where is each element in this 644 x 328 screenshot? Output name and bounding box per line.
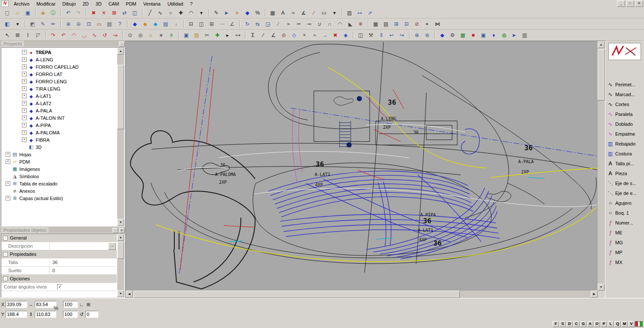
circle-tool-icon[interactable]: ○: [165, 8, 176, 18]
align-grid-icon[interactable]: ⊞: [207, 19, 217, 29]
arc-tool-icon[interactable]: ◠: [186, 8, 196, 18]
red-arc3-icon[interactable]: ◠: [69, 30, 79, 40]
tree-item[interactable]: + A-LAT1: [1, 92, 117, 100]
arrow-down-icon[interactable]: ↓: [171, 19, 181, 29]
lock-icon[interactable]: ⊘: [412, 19, 422, 29]
red-x-icon[interactable]: ✖: [330, 30, 340, 40]
menu-item[interactable]: ?: [187, 1, 196, 7]
scale-icon[interactable]: ◲: [263, 19, 273, 29]
percent-icon[interactable]: %: [252, 8, 263, 18]
tree-item[interactable]: + Capas (actual Estilo): [1, 194, 117, 202]
cross-icon[interactable]: ×: [299, 30, 310, 40]
dock-button[interactable]: ▫: [112, 228, 118, 233]
play-icon[interactable]: ▸: [222, 30, 233, 40]
stripe-icon[interactable]: ▥: [519, 30, 530, 40]
close-button[interactable]: ✕: [635, 0, 643, 7]
undo-icon[interactable]: ↶: [63, 8, 73, 18]
line-tool-icon[interactable]: ╱: [145, 8, 155, 18]
piece-tool-item[interactable]: Doblado: [606, 119, 644, 129]
minimize-button[interactable]: _: [617, 0, 625, 7]
gem-solid-icon[interactable]: ♦: [489, 30, 499, 40]
corner-icon[interactable]: ◸: [33, 30, 43, 40]
menu-item[interactable]: CAM: [105, 1, 122, 7]
mode-flag-button[interactable]: A: [587, 321, 593, 327]
grid-icon[interactable]: ▦: [267, 8, 278, 18]
swap-icon[interactable]: ⇄: [119, 8, 130, 18]
piece-tool-item[interactable]: Pieza: [606, 168, 644, 178]
collapse-icon[interactable]: -: [3, 236, 8, 240]
tree-item[interactable]: + FORRO LENG: [1, 78, 117, 85]
piece-tool-item[interactable]: Cortes: [606, 99, 644, 109]
curve-tool-icon[interactable]: ∿: [155, 8, 165, 18]
diamond-outline-icon[interactable]: ◇: [289, 30, 299, 40]
info-icon[interactable]: ⓘ: [48, 8, 58, 18]
menu-item[interactable]: 3D: [92, 1, 105, 7]
expand-toggle-icon[interactable]: +: [22, 79, 27, 84]
undo-small-icon[interactable]: ↩: [386, 30, 397, 40]
piece-tool-item[interactable]: Boq. 1: [606, 208, 644, 218]
point-tool-icon[interactable]: ✚: [176, 8, 186, 18]
canvas-viewport[interactable]: 36A-LENG2XP3636A-PALA2XP36A-PALOMA2XP36A…: [126, 41, 598, 291]
redo-icon[interactable]: ↷: [73, 8, 84, 18]
tree-item[interactable]: + FIBRA: [1, 136, 117, 143]
tree-item[interactable]: Símbolos: [1, 173, 117, 180]
tree-item[interactable]: + TREPA: [1, 49, 117, 56]
red-wave-icon[interactable]: ∿: [89, 30, 100, 40]
rectangle-tool-icon[interactable]: ▭: [319, 8, 329, 18]
print-preview-icon[interactable]: ▤: [104, 19, 115, 29]
piece-tool-item[interactable]: Costura: [606, 149, 644, 158]
divide-icon[interactable]: ∕: [258, 30, 268, 40]
piece-tool-item[interactable]: MG: [606, 237, 644, 247]
tree-item[interactable]: + A-TALON INT: [1, 114, 117, 121]
mode-flag-button[interactable]: D: [566, 321, 573, 327]
menu-item[interactable]: Dibujo: [59, 1, 79, 7]
tree-item[interactable]: + FORRO CAPELLAD: [1, 63, 117, 70]
pen-settings-icon[interactable]: ✎: [38, 19, 48, 29]
scroll-left-icon[interactable]: ◀: [126, 291, 133, 298]
scroll-down-icon[interactable]: ▼: [117, 290, 124, 297]
extend-icon[interactable]: ⊸: [304, 19, 314, 29]
piece-tool-item[interactable]: Agujero: [606, 198, 644, 208]
project-tree-scrollbar[interactable]: ▲ ▼: [117, 48, 124, 226]
expand-toggle-icon[interactable]: +: [22, 123, 27, 128]
pencil-icon[interactable]: ✎: [211, 8, 222, 18]
mode-flag-button[interactable]: S: [559, 321, 566, 327]
scroll-thumb[interactable]: [134, 291, 460, 298]
zoom-circle-icon[interactable]: ⊚: [422, 30, 432, 40]
section-general[interactable]: - General: [1, 234, 117, 242]
brush-icon[interactable]: ✏: [48, 19, 58, 29]
ungroup-icon[interactable]: ⊟: [401, 19, 412, 29]
arrow-ne-icon[interactable]: ⇗: [365, 8, 375, 18]
tree-item[interactable]: + Tabla de escalado: [1, 180, 117, 187]
tree-item[interactable]: + A-PIPA: [1, 121, 117, 129]
expand-toggle-icon[interactable]: +: [22, 57, 27, 62]
expand-toggle-icon[interactable]: +: [22, 64, 27, 69]
tree-item[interactable]: Anexos: [1, 187, 117, 194]
array-icon[interactable]: ▦: [371, 19, 381, 29]
explode-icon[interactable]: ※: [355, 19, 366, 29]
piece-tool-item[interactable]: MX: [606, 257, 644, 267]
arrow-right-icon[interactable]: →: [320, 30, 330, 40]
mode-flag-button[interactable]: F: [553, 321, 559, 327]
tree-item[interactable]: + A-PALOMA: [1, 129, 117, 136]
scroll-down-icon[interactable]: ▼: [598, 284, 605, 291]
offset-icon[interactable]: ↦: [355, 8, 365, 18]
globe-icon[interactable]: ◍: [499, 30, 509, 40]
piece-tool-item[interactable]: Perimet...: [606, 79, 644, 89]
rotate-icon[interactable]: ↻: [242, 19, 252, 29]
step-mode-icon[interactable]: ⊞: [85, 302, 91, 307]
gem-blue-icon[interactable]: ◆: [130, 19, 140, 29]
rotate-icon[interactable]: ↺: [79, 312, 85, 317]
canvas-horizontal-scrollbar[interactable]: ◀ ▶: [126, 291, 598, 298]
gem-icon[interactable]: ◆: [242, 8, 252, 18]
wave-icon[interactable]: ≈: [288, 8, 298, 18]
menu-item[interactable]: Utilidad: [164, 1, 187, 7]
scale-y-field[interactable]: 100: [63, 311, 78, 318]
angle-mode-icon[interactable]: ∟: [79, 302, 85, 307]
expand-toggle-icon[interactable]: +: [6, 159, 10, 164]
close-button[interactable]: ✕: [119, 228, 125, 233]
scroll-thumb[interactable]: [117, 242, 124, 259]
mode-flag-button[interactable]: Q: [614, 321, 621, 327]
align-left-icon[interactable]: ⊟: [186, 19, 196, 29]
gem-navy-icon[interactable]: ◆: [437, 30, 447, 40]
